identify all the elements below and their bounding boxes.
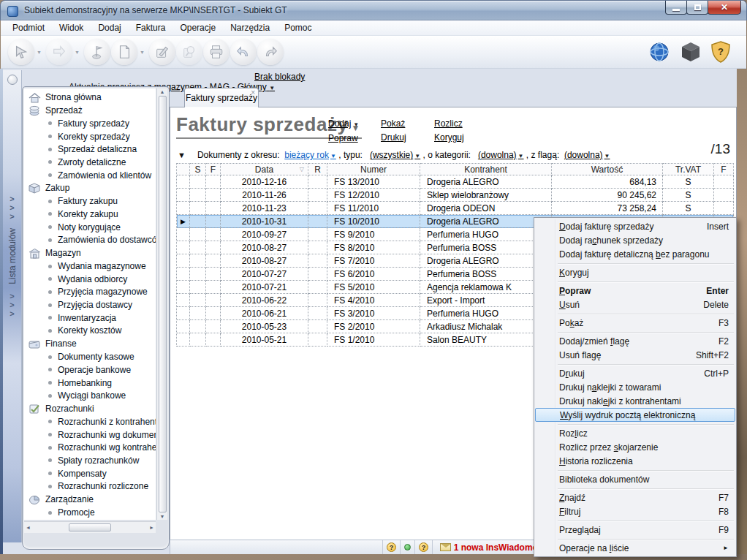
- tab-close-icon[interactable]: ×: [251, 88, 255, 97]
- context-menu-item-dodaj-fakture-sprzedazy[interactable]: Dodaj fakturę sprzedażyInsert: [535, 219, 735, 233]
- menubar-item-operacje[interactable]: Operacje: [172, 20, 223, 35]
- modules-cube-icon[interactable]: [680, 41, 701, 63]
- menubar-item-dodaj[interactable]: Dodaj: [91, 20, 128, 35]
- sidebar-section-magazyn[interactable]: Magazyn: [24, 246, 156, 260]
- scroll-left-icon[interactable]: ◄: [26, 525, 31, 530]
- menubar-item-narzedzia[interactable]: Narzędzia: [223, 20, 277, 35]
- sidebar-item-rozrachunki-rozliczone[interactable]: Rozrachunki rozliczone: [24, 480, 156, 493]
- context-menu-item-wyslij-wydruk-poczta-elektroniczna[interactable]: Wyślij wydruk pocztą elektroniczną: [535, 408, 735, 422]
- dropdown-icon[interactable]: ▼: [37, 50, 42, 55]
- send-button[interactable]: [46, 39, 72, 65]
- filter-period-value[interactable]: bieżący rok▼: [284, 150, 336, 160]
- sidebar-item-korekty-zakupu[interactable]: Korekty zakupu: [24, 208, 156, 221]
- column-header-data[interactable]: Data▽: [221, 163, 308, 175]
- sidebar-item-rozrachunki-z-kontrahente[interactable]: Rozrachunki z kontrahente: [24, 415, 156, 428]
- context-menu-item-drukuj-naklejki-z-towarami[interactable]: Drukuj naklejki z towarami: [535, 380, 735, 394]
- sidebar-item-kompensaty[interactable]: Kompensaty: [24, 467, 156, 480]
- sidebar-section-zarzadzanie[interactable]: Zarządzanie: [24, 493, 156, 506]
- redo-operation-button[interactable]: [257, 39, 284, 65]
- sidebar-item-rozrachunki-wg-dokumen[interactable]: Rozrachunki wg dokumen: [24, 428, 156, 442]
- context-menu-item-drukuj[interactable]: DrukujCtrl+P: [535, 366, 735, 380]
- sidebar-item-wydania-odbiorcy[interactable]: Wydania odbiorcy: [24, 273, 156, 286]
- action-dodaj[interactable]: Dodaj▼: [328, 117, 359, 132]
- context-menu-item-operacje-na-liscie[interactable]: Operacje na liście►: [535, 541, 735, 555]
- edit-button[interactable]: [149, 39, 175, 65]
- restore-button[interactable]: [686, 1, 708, 15]
- sidebar-item-noty-korygujace[interactable]: Noty korygujące: [24, 221, 156, 234]
- scroll-right-icon[interactable]: ►: [149, 525, 154, 530]
- sidebar-section-sprzedaz[interactable]: Sprzedaż: [24, 104, 156, 117]
- sidebar-item-zamowienia-od-klientow[interactable]: Zamówienia od klientów: [24, 169, 156, 182]
- menubar-item-pomoc[interactable]: Pomoc: [277, 20, 319, 35]
- help-status-icon[interactable]: ?: [419, 542, 428, 552]
- context-menu-item-dodaj-zmien-flage[interactable]: Dodaj/zmień flagęF2: [535, 334, 735, 348]
- scrollbar-thumb[interactable]: [159, 96, 167, 512]
- scroll-down-icon[interactable]: ▼: [160, 514, 165, 519]
- help-status-icon[interactable]: ?: [387, 542, 396, 552]
- flag-button[interactable]: [84, 39, 110, 65]
- action-koryguj[interactable]: Koryguj: [434, 131, 464, 145]
- column-header-f[interactable]: F: [206, 163, 221, 175]
- sidebar-item-splaty-rozrachunkow[interactable]: Spłaty rozrachunków: [24, 454, 156, 467]
- menubar-item-faktura[interactable]: Faktura: [129, 20, 173, 35]
- context-menu-item-usun-flage[interactable]: Usuń flagęShift+F2: [535, 348, 735, 362]
- context-menu-item-filtruj[interactable]: FiltrujF8: [535, 504, 735, 518]
- sidebar-item-sprzedaz-detaliczna[interactable]: Sprzedaż detaliczna: [24, 143, 156, 156]
- column-header-wartosc[interactable]: Wartość: [552, 163, 663, 175]
- invoice-row-fs-13-2010[interactable]: 2010-12-16FS 13/2010Drogeria ALEGRO684,1…: [177, 175, 733, 189]
- sidebar-item-homebanking[interactable]: Homebanking: [24, 377, 156, 390]
- sidebar-item-korekty-sprzedazy[interactable]: Korekty sprzedaży: [24, 130, 156, 143]
- context-menu-item-dodaj-rachunek-sprzedazy[interactable]: Dodaj rachunek sprzedaży: [535, 233, 735, 247]
- sidebar-item-wyciagi-bankowe[interactable]: Wyciągi bankowe: [24, 389, 156, 402]
- sidebar-vertical-scrollbar[interactable]: ▲ ▼: [156, 88, 167, 520]
- dropdown-icon[interactable]: ▼: [140, 50, 145, 55]
- sidebar-item-zamowienia-do-dostawco[interactable]: Zamówienia do dostawcó: [24, 234, 156, 247]
- context-menu-item-dodaj-fakture-detaliczna-bez-paragonu[interactable]: Dodaj fakturę detaliczną bez paragonu: [535, 247, 735, 261]
- sidebar-item-dokumenty-kasowe[interactable]: Dokumenty kasowe: [24, 350, 156, 363]
- menubar-item-widok[interactable]: Widok: [52, 20, 91, 35]
- sidebar-section-strona-glowna[interactable]: Strona główna: [24, 91, 156, 104]
- column-header-tr-vat[interactable]: Tr.VAT: [663, 163, 714, 175]
- sidebar-section-zakup[interactable]: Zakup: [24, 181, 156, 194]
- column-header-numer[interactable]: Numer: [327, 163, 420, 175]
- close-button[interactable]: ✕: [708, 1, 741, 15]
- sidebar-item-wydania-magazynowe[interactable]: Wydania magazynowe: [24, 260, 156, 273]
- module-strip[interactable]: > > > Lista modułów > > >: [3, 70, 22, 542]
- filter-collapse-icon[interactable]: ▼: [178, 151, 186, 159]
- action-pokaz[interactable]: Pokaż: [381, 117, 406, 131]
- column-header-kontrahent[interactable]: Kontrahent: [420, 163, 552, 175]
- sidebar-item-przyjecia-magazynowe[interactable]: Przyjęcia magazynowe: [24, 286, 156, 299]
- help-shield-icon[interactable]: ?: [711, 41, 730, 63]
- undo-operation-button[interactable]: [230, 39, 257, 65]
- action-rozlicz[interactable]: Rozlicz: [434, 117, 464, 131]
- invoice-row-fs-12-2010[interactable]: 2010-11-26FS 12/2010Sklep wielobranżowy9…: [177, 189, 733, 202]
- context-menu-item-przegladaj[interactable]: PrzeglądajF9: [535, 523, 735, 537]
- column-header-s[interactable]: S: [190, 163, 206, 175]
- scroll-up-icon[interactable]: ▲: [160, 89, 165, 94]
- context-menu-item-popraw[interactable]: PoprawEnter: [535, 284, 735, 298]
- filter-category-value[interactable]: (dowolna)▼: [478, 150, 524, 160]
- action-drukuj[interactable]: Drukuj: [381, 131, 406, 145]
- new-document-button[interactable]: [111, 39, 137, 65]
- sidebar-item-faktury-sprzedazy[interactable]: Faktury sprzedaży: [24, 117, 156, 130]
- sidebar-item-przyjecia-dostawcy[interactable]: Przyjęcia dostawcy: [24, 298, 156, 311]
- action-popraw[interactable]: Popraw: [328, 132, 359, 145]
- sidebar-item-zwroty-detaliczne[interactable]: Zwroty detaliczne: [24, 156, 156, 169]
- invoice-row-fs-11-2010[interactable]: 2010-11-23FS 11/2010Drogeria ODEON73 258…: [177, 202, 733, 215]
- context-menu-item-drukuj-naklejki-z-kontrahentami[interactable]: Drukuj naklejki z kontrahentami: [535, 394, 735, 408]
- lock-status-link[interactable]: Brak blokady: [254, 72, 305, 82]
- print-button[interactable]: [203, 39, 230, 65]
- sidebar-item-faktury-zakupu[interactable]: Faktury zakupu: [24, 194, 156, 208]
- sidebar-item-cenniki[interactable]: Cenniki: [24, 519, 156, 520]
- internet-globe-icon[interactable]: [648, 41, 670, 63]
- context-menu-item-historia-rozliczenia[interactable]: Historia rozliczenia: [535, 454, 735, 468]
- sidebar-item-korekty-kosztow[interactable]: Korekty kosztów: [24, 325, 156, 338]
- context-menu-item-biblioteka-dokumentow[interactable]: Biblioteka dokumentów: [535, 472, 735, 486]
- dropdown-icon[interactable]: ▼: [75, 50, 80, 55]
- scrollbar-thumb[interactable]: [69, 523, 111, 531]
- sidebar-section-finanse[interactable]: Finanse: [24, 337, 156, 350]
- view-button[interactable]: [176, 39, 202, 65]
- sidebar-item-inwentaryzacja[interactable]: Inwentaryzacja: [24, 311, 156, 325]
- context-menu-item-rozlicz-przez-skojarzenie[interactable]: Rozlicz przez skojarzenie: [535, 440, 735, 454]
- column-header-row-selector[interactable]: [177, 163, 190, 175]
